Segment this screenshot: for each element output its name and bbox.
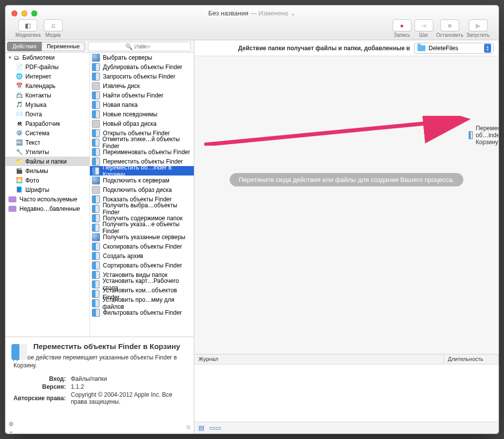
- library-button[interactable]: ◧Медиатека: [15, 19, 41, 38]
- run-button[interactable]: ▶Запустить: [466, 19, 490, 38]
- action-item[interactable]: Получить указанные серверы: [90, 232, 194, 242]
- folder-picker[interactable]: DeleteFiles ▲▼: [414, 43, 494, 54]
- drop-hint: Перетяните сюда действия или файлы для с…: [230, 173, 463, 186]
- library-item[interactable]: ✉️Почта: [5, 109, 89, 119]
- finder-icon: [92, 309, 100, 317]
- gear-icon[interactable]: ⚙︎ ⌄: [8, 424, 18, 432]
- window-title: Без названия — Изменено ⌄: [5, 9, 499, 17]
- search-field[interactable]: 🔍 Имя: [88, 42, 191, 51]
- action-item[interactable]: Сортировать объекты Finder: [90, 261, 194, 270]
- actions-list[interactable]: Выбрать серверыДублировать объекты Finde…: [90, 53, 194, 337]
- category-icon: 🔧: [15, 148, 23, 156]
- category-icon: 📄: [15, 63, 23, 71]
- title-status: Изменено: [258, 9, 288, 17]
- globe-icon: [92, 233, 100, 241]
- dragged-action[interactable]: Переместить об…inder в Корзину: [469, 125, 499, 146]
- action-item[interactable]: Новая папка: [90, 100, 194, 109]
- category-icon: 🌅: [15, 176, 23, 184]
- action-item[interactable]: Получить выбра…объекты Finder: [90, 204, 194, 213]
- smart-folder-item[interactable]: Часто используемые: [5, 194, 89, 204]
- library-item[interactable]: 🔤Текст: [5, 138, 89, 147]
- action-item[interactable]: Создать архив: [90, 251, 194, 261]
- segmented-control: Действия Переменные: [7, 42, 85, 51]
- folder-name: DeleteFiles: [428, 45, 458, 52]
- run-button-label: Запустить: [466, 32, 490, 38]
- resize-handle-icon[interactable]: ≣: [186, 424, 191, 432]
- folder-icon: [418, 45, 425, 51]
- smart-folder-icon: [8, 206, 16, 212]
- action-item[interactable]: Дублировать объекты Finder: [90, 62, 194, 72]
- action-item[interactable]: Найти объекты Finder: [90, 90, 194, 100]
- workflow-header: Действие папки получает файлы и папки, д…: [194, 40, 499, 56]
- action-item[interactable]: Запросить объекты Finder: [90, 72, 194, 81]
- step-button-label: Шаг: [419, 32, 428, 38]
- stop-button-label: Остановить: [436, 32, 464, 38]
- finder-icon: [92, 167, 99, 175]
- category-icon: 📅: [15, 82, 23, 90]
- globe-icon: [92, 176, 100, 184]
- log-col-journal[interactable]: Журнал: [194, 354, 444, 364]
- annotation-arrow: [204, 116, 473, 146]
- disclosure-triangle-icon[interactable]: ▼: [7, 55, 12, 60]
- library-icon: 🗂: [12, 54, 20, 62]
- disk-icon: [92, 120, 100, 128]
- log-view-list-icon[interactable]: ▤: [198, 424, 204, 432]
- action-item[interactable]: Установить про…мму для файлов: [90, 298, 194, 308]
- library-root[interactable]: ▼ 🗂 Библиотеки: [5, 53, 89, 62]
- media-button[interactable]: ♫Медиа: [44, 19, 63, 38]
- disk-icon: [92, 186, 100, 194]
- title-dropdown-icon[interactable]: ⌄: [290, 9, 296, 17]
- search-input[interactable]: [88, 42, 191, 51]
- log-body: [194, 364, 499, 422]
- record-button[interactable]: ●Запись: [393, 19, 412, 38]
- action-item[interactable]: Новые псевдонимы: [90, 109, 194, 119]
- library-item[interactable]: 🌅Фото: [5, 176, 89, 185]
- library-item[interactable]: 📇Контакты: [5, 90, 89, 100]
- finder-icon: [92, 290, 99, 298]
- category-icon: ⚙️: [15, 129, 23, 137]
- tab-actions[interactable]: Действия: [7, 42, 42, 51]
- finder-icon: [92, 205, 99, 213]
- finder-icon: [92, 63, 100, 71]
- titlebar: Без названия — Изменено ⌄ ◧Медиатека♫Мед…: [5, 5, 499, 40]
- action-item[interactable]: Отметить этике…й объекты Finder: [90, 138, 194, 147]
- library-item[interactable]: 🎬Фильмы: [5, 166, 89, 176]
- info-input-value: Файлы/папки: [71, 375, 186, 382]
- step-button[interactable]: ⇥Шаг: [415, 19, 433, 38]
- library-item[interactable]: 🌐Интернет: [5, 72, 89, 81]
- action-item[interactable]: Получить указа…е объекты Finder: [90, 223, 194, 232]
- globe-icon: [92, 54, 100, 62]
- library-item[interactable]: 📘Шрифты: [5, 185, 89, 194]
- library-item[interactable]: 📄PDF-файлы: [5, 62, 89, 72]
- library-tree[interactable]: ▼ 🗂 Библиотеки 📄PDF-файлы🌐Интернет📅Кален…: [5, 53, 90, 337]
- library-item[interactable]: 📁Файлы и папки: [5, 157, 89, 166]
- log-col-duration[interactable]: Длительность: [444, 354, 499, 364]
- action-item[interactable]: Скопировать объекты Finder: [90, 242, 194, 251]
- action-item[interactable]: Переместить об…inder в Корзину: [90, 166, 194, 176]
- finder-icon: [92, 271, 100, 279]
- record-button-label: Запись: [394, 32, 410, 38]
- action-item[interactable]: Новый образ диска: [90, 119, 194, 128]
- stop-button[interactable]: ■Остановить: [436, 19, 464, 38]
- category-icon: 🌐: [15, 73, 23, 81]
- action-item[interactable]: Переименовать объекты Finder: [90, 147, 194, 157]
- finder-icon: [92, 110, 100, 118]
- action-item[interactable]: Подключить образ диска: [90, 185, 194, 194]
- library-item[interactable]: 📅Календарь: [5, 81, 89, 90]
- library-item[interactable]: 🎵Музыка: [5, 100, 89, 109]
- library-item[interactable]: 🛠Разработчик: [5, 119, 89, 128]
- tab-variables[interactable]: Переменные: [42, 42, 85, 51]
- finder-icon: [92, 101, 100, 109]
- finder-icon: [92, 252, 100, 260]
- library-item[interactable]: ⚙️Система: [5, 128, 89, 138]
- action-item[interactable]: Фильтровать объекты Finder: [90, 308, 194, 317]
- action-item[interactable]: Выбрать серверы: [90, 53, 194, 62]
- library-button-label: Медиатека: [15, 32, 41, 38]
- smart-folder-item[interactable]: Недавно…бавленные: [5, 204, 89, 213]
- step-icon: ⇥: [415, 19, 433, 31]
- category-icon: 🔤: [15, 139, 23, 147]
- action-item[interactable]: Извлечь диск: [90, 81, 194, 90]
- workflow-canvas[interactable]: Переместить об…inder в Корзину Перетянит…: [194, 56, 499, 354]
- library-item[interactable]: 🔧Утилиты: [5, 147, 89, 157]
- log-view-flow-icon[interactable]: ▭▭: [209, 424, 221, 432]
